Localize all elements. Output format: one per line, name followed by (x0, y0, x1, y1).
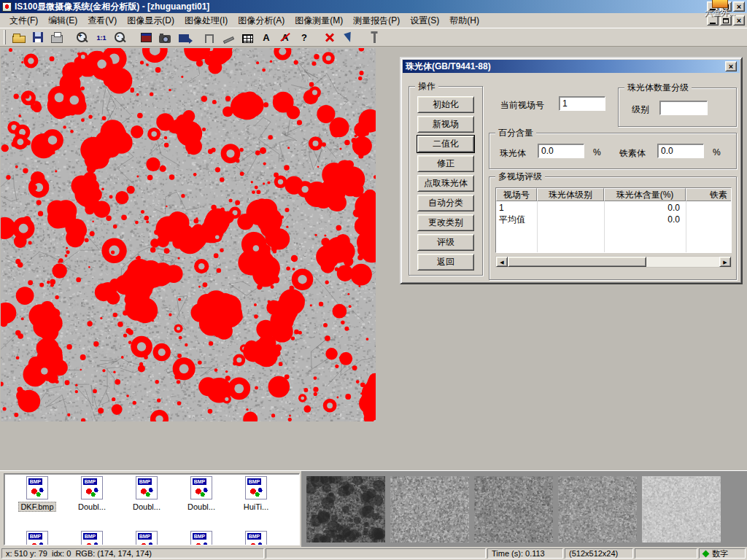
delete-button[interactable] (320, 28, 339, 46)
menu-bar: 文件(F) 编辑(E) 查看(V) 图像显示(D) 图像处理(I) 图像分析(A… (0, 13, 747, 28)
bmp-label: BMP (83, 533, 97, 540)
col-field-header[interactable]: 视场号 (496, 188, 537, 201)
col-grade-header[interactable]: 珠光体级别 (537, 188, 604, 201)
table-row[interactable]: 平均值 0.0 (496, 214, 732, 225)
floppy-icon (33, 32, 43, 42)
menu-image-process[interactable]: 图像处理(I) (179, 13, 233, 28)
digital-indicator-icon (703, 550, 710, 557)
table-row[interactable]: 1 0.0 (496, 202, 732, 214)
annotate-button[interactable]: A (257, 28, 276, 46)
pointer-button[interactable] (339, 28, 358, 46)
menu-image-analysis[interactable]: 图像分析(A) (233, 13, 290, 28)
thumbnail-2[interactable] (390, 476, 469, 542)
change-class-button[interactable]: 更改类别 (417, 214, 474, 231)
camera-button[interactable] (155, 28, 174, 46)
bmp-file-icon: BMP (26, 531, 48, 545)
thumbnail-3[interactable] (474, 476, 553, 542)
auto-classify-button[interactable]: 自动分类 (417, 195, 474, 211)
thumbnail-5[interactable] (642, 476, 721, 542)
open-button[interactable] (9, 28, 28, 46)
scrollbar-thumb[interactable] (508, 257, 646, 267)
bmp-file-icon: BMP (190, 476, 212, 499)
scroll-left-button[interactable]: ◀ (496, 257, 508, 267)
menu-measure-report[interactable]: 测量报告(P) (348, 13, 405, 28)
zoom-out-button[interactable]: - (111, 28, 130, 46)
probe-button[interactable] (365, 28, 384, 46)
table-horizontal-scrollbar[interactable]: ◀ ▶ (495, 256, 732, 268)
mdi-restore-button[interactable] (720, 15, 732, 26)
question-mark: ? (301, 32, 307, 43)
menu-help[interactable]: 帮助(H) (444, 13, 484, 28)
grading-group-label: 珠光体数量分级 (624, 82, 692, 93)
status-time: Time (s): 0.113 (487, 548, 563, 559)
probe-icon (374, 32, 376, 43)
menu-view[interactable]: 查看(V) (82, 13, 122, 28)
cursor-arrow (344, 31, 354, 42)
caliper-button[interactable] (200, 28, 219, 46)
file-item[interactable]: BMP (65, 531, 119, 545)
col-content-header[interactable]: 珠光体含量(%) (604, 188, 686, 201)
dialog-title-bar[interactable]: 珠光体(GB/T9441-88) × (403, 60, 740, 73)
new-field-button[interactable]: 新视场 (417, 116, 474, 133)
zoom-out-icon: - (114, 31, 127, 44)
file-item[interactable]: BMP Doubl... (65, 476, 119, 513)
correct-button[interactable]: 修正 (417, 155, 474, 172)
scroll-right-button[interactable]: ▶ (719, 257, 731, 267)
binarize-button[interactable]: 二值化 (417, 136, 474, 152)
close-icon: × (737, 17, 741, 25)
mdi-workspace: 珠光体(GB/T9441-88) × 操作 初始化 新视场 二值化 修正 点取珠… (0, 47, 747, 470)
menu-edit[interactable]: 编辑(E) (43, 13, 82, 28)
save-button[interactable] (28, 28, 47, 46)
image-window-button[interactable] (136, 28, 155, 46)
coordinates-text: x: 510 y: 79 idx: 0 RGB: (174, 174, 174) (6, 549, 152, 558)
desktop-shortcut[interactable]: 六盒外... (694, 0, 746, 17)
print-button[interactable] (47, 28, 66, 46)
file-item[interactable]: BMP (120, 531, 174, 545)
grid-button[interactable] (238, 28, 257, 46)
grade-button[interactable]: 评级 (417, 234, 474, 251)
grid-icon (242, 34, 253, 43)
help-button[interactable]: ? (295, 28, 314, 46)
file-item[interactable]: BMP (229, 531, 283, 545)
actual-size-button[interactable]: 1:1 (92, 28, 111, 46)
file-item[interactable]: BMP Doubl... (174, 476, 228, 513)
thumbnail-strip (301, 471, 747, 548)
dialog-close-button[interactable]: × (725, 61, 737, 71)
thumbnail-4[interactable] (558, 476, 637, 542)
file-name: DKF.bmp (18, 502, 55, 512)
initialize-button[interactable]: 初始化 (417, 96, 474, 113)
file-item[interactable]: BMP (174, 531, 228, 545)
file-list[interactable]: BMP DKF.bmp BMP Doubl... BMP Doubl... BM… (4, 473, 300, 545)
file-item[interactable]: BMP Doubl... (120, 476, 174, 513)
app-icon (2, 2, 12, 12)
pick-pearlite-button[interactable]: 点取珠光体 (417, 175, 474, 192)
return-button[interactable]: 返回 (417, 254, 474, 271)
status-image-size: (512x512x24) (565, 548, 633, 559)
menu-image-display[interactable]: 图像显示(D) (122, 13, 179, 28)
file-item[interactable]: BMP DKF.bmp (10, 476, 64, 513)
ferrite-percent-input[interactable] (657, 144, 704, 158)
bmp-file-icon: BMP (26, 476, 48, 499)
status-spacer-2 (635, 548, 697, 559)
menu-settings[interactable]: 设置(S) (405, 13, 444, 28)
pearlite-percent-input[interactable] (538, 144, 584, 158)
file-item[interactable]: BMP (10, 531, 64, 545)
micrograph[interactable] (1, 48, 376, 421)
level-input[interactable] (659, 101, 708, 115)
file-item[interactable]: BMP HuiTi... (229, 476, 283, 513)
zoom-in-button[interactable]: + (73, 28, 92, 46)
mdi-minimize-button[interactable] (707, 15, 719, 26)
thumbnail-1[interactable] (306, 476, 385, 542)
plus-sign: + (77, 32, 84, 39)
pearlite-label: 珠光体 (500, 147, 526, 160)
current-field-input[interactable] (559, 96, 605, 111)
mdi-close-button[interactable]: × (733, 15, 745, 26)
micrometer-button[interactable] (219, 28, 238, 46)
annotate-off-button[interactable]: A (276, 28, 295, 46)
menu-image-measure[interactable]: 图像测量(M) (290, 13, 348, 28)
menu-file[interactable]: 文件(F) (4, 13, 43, 28)
video-button[interactable] (174, 28, 193, 46)
zoom-in-icon: + (76, 31, 89, 44)
col-ferrite-header[interactable]: 铁素 (686, 188, 732, 201)
toolbar-grip[interactable] (4, 30, 6, 44)
